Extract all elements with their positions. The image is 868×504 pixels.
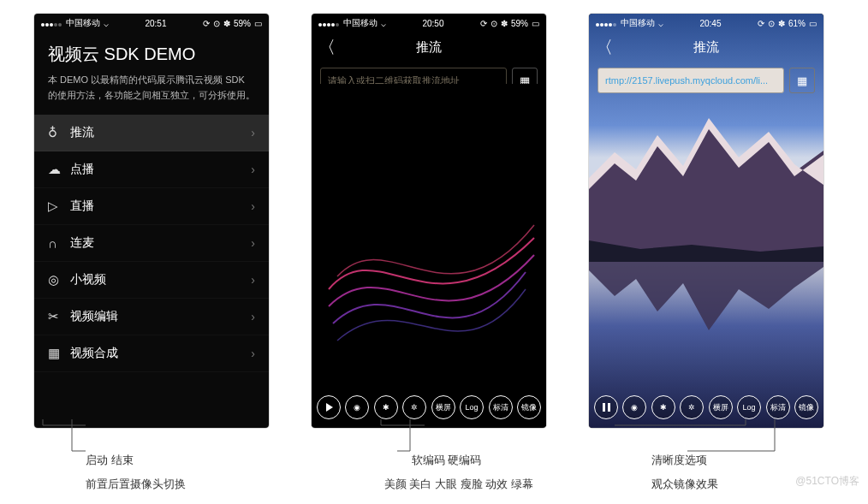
flash-off-btn[interactable]: ✱ bbox=[374, 395, 398, 419]
annot-camera-switch: 前置后置摄像头切换 bbox=[86, 477, 292, 492]
time-label: 20:51 bbox=[145, 19, 166, 28]
phone-push-idle: 中国移动⌵ 20:50 ⟳⊙✽59%▭ 〈 推流 请输入或扫二维码获取推流地址 … bbox=[312, 14, 546, 428]
annot-start-stop: 启动 结束 bbox=[86, 453, 292, 468]
annot-beauty: 美颜 美白 大眼 瘦脸 动效 绿幕 bbox=[384, 477, 618, 492]
menu-compose[interactable]: ▦视频合成› bbox=[34, 335, 269, 372]
nav-title: 推流 bbox=[416, 39, 442, 56]
menu-label: 点播 bbox=[70, 162, 251, 177]
log-btn[interactable]: Log bbox=[460, 395, 484, 419]
menu-live[interactable]: ▷直播› bbox=[34, 188, 269, 225]
page-title: 视频云 SDK DEMO bbox=[34, 33, 269, 73]
nav-title: 推流 bbox=[693, 39, 719, 56]
annot-quality: 清晰度选项 bbox=[651, 453, 858, 468]
menu-mic[interactable]: ∩连麦› bbox=[34, 225, 269, 262]
pause-btn[interactable] bbox=[594, 395, 618, 419]
menu-label: 视频编辑 bbox=[70, 309, 251, 324]
navbar: 〈 推流 bbox=[589, 33, 823, 62]
camera-preview bbox=[312, 82, 546, 428]
menu-label: 连麦 bbox=[70, 235, 251, 251]
chevron-right-icon: › bbox=[251, 347, 255, 360]
chevron-right-icon: › bbox=[251, 310, 255, 323]
flash-btn[interactable]: ✲ bbox=[680, 395, 704, 419]
chevron-right-icon: › bbox=[251, 163, 255, 176]
menu-icon: ♁ bbox=[48, 125, 70, 140]
statusbar: 中国移动⌵ 20:50 ⟳⊙✽59%▭ bbox=[312, 14, 546, 33]
mirror-btn[interactable]: 镜像 bbox=[517, 395, 541, 419]
chevron-right-icon: › bbox=[251, 199, 255, 213]
menu-push[interactable]: ♁推流› bbox=[34, 115, 269, 151]
statusbar: 中国移动⌵ 20:45 ⟳⊙✽61%▭ bbox=[589, 14, 823, 33]
page-desc: 本 DEMO 以最精简的代码展示腾讯云视频 SDK 的使用方法，各功能之间相互独… bbox=[34, 73, 269, 115]
menu-icon: ▷ bbox=[48, 199, 70, 214]
hd-btn[interactable]: 标清 bbox=[766, 395, 790, 419]
annot-codec: 软编码 硬编码 bbox=[412, 453, 618, 468]
menu-icon: ☁ bbox=[48, 162, 70, 177]
batt-pct: 59% bbox=[234, 19, 251, 28]
chevron-right-icon: › bbox=[251, 126, 255, 139]
navbar: 〈 推流 bbox=[312, 33, 546, 62]
back-button[interactable]: 〈 bbox=[318, 36, 336, 59]
flash-off-btn[interactable]: ✱ bbox=[651, 395, 675, 419]
menu-label: 直播 bbox=[70, 199, 251, 214]
camera-btn[interactable]: ◉ bbox=[622, 395, 646, 419]
mirror-btn[interactable]: 镜像 bbox=[794, 395, 818, 419]
annotations: 启动 结束 前置后置摄像头切换 软编码 硬编码 美颜 美白 大眼 瘦脸 动效 绿… bbox=[26, 453, 858, 492]
qr-scan-button[interactable]: ▦ bbox=[789, 68, 815, 93]
menu-icon: ◎ bbox=[48, 272, 70, 288]
play-btn[interactable] bbox=[317, 395, 341, 419]
menu-label: 视频合成 bbox=[70, 346, 251, 361]
menu-icon: ✂ bbox=[48, 309, 70, 324]
camera-btn[interactable]: ◉ bbox=[345, 395, 369, 419]
back-button[interactable]: 〈 bbox=[596, 36, 613, 59]
chevron-right-icon: › bbox=[251, 273, 255, 287]
time-label: 20:45 bbox=[699, 19, 721, 28]
flash-btn[interactable]: ✲ bbox=[402, 395, 426, 419]
watermark: @51CTO博客 bbox=[795, 474, 859, 489]
log-btn[interactable]: Log bbox=[737, 395, 761, 419]
menu-icon: ▦ bbox=[48, 346, 70, 361]
orient-btn[interactable]: 横屏 bbox=[709, 395, 733, 419]
control-bar: ◉✱✲横屏Log标清镜像 bbox=[589, 395, 823, 419]
time-label: 20:50 bbox=[422, 19, 443, 28]
phone-demo-menu: 中国移动⌵ 20:51 ⟳⊙✽59%▭ 视频云 SDK DEMO 本 DEMO … bbox=[34, 14, 269, 428]
rtmp-url-input[interactable]: rtmp://2157.livepush.myqcloud.com/li... bbox=[597, 68, 784, 93]
menu-label: 推流 bbox=[70, 125, 251, 140]
carrier-label: 中国移动 bbox=[66, 17, 100, 29]
control-bar: ◉✱✲横屏Log标清镜像 bbox=[312, 395, 546, 419]
menu-list: ♁推流›☁点播›▷直播›∩连麦›◎小视频›✂视频编辑›▦视频合成› bbox=[34, 115, 269, 372]
chevron-right-icon: › bbox=[251, 236, 255, 250]
hd-btn[interactable]: 标清 bbox=[489, 395, 513, 419]
menu-icon: ∩ bbox=[48, 236, 70, 251]
phone-push-live: 中国移动⌵ 20:45 ⟳⊙✽61%▭ 〈 推流 rtmp://2157.liv… bbox=[589, 14, 823, 428]
svg-rect-0 bbox=[312, 84, 546, 426]
menu-vod[interactable]: ☁点播› bbox=[34, 151, 269, 188]
menu-edit[interactable]: ✂视频编辑› bbox=[34, 299, 269, 335]
menu-label: 小视频 bbox=[70, 272, 251, 288]
statusbar: 中国移动⌵ 20:51 ⟳⊙✽59%▭ bbox=[34, 14, 269, 33]
menu-short[interactable]: ◎小视频› bbox=[34, 262, 269, 299]
orient-btn[interactable]: 横屏 bbox=[431, 395, 455, 419]
